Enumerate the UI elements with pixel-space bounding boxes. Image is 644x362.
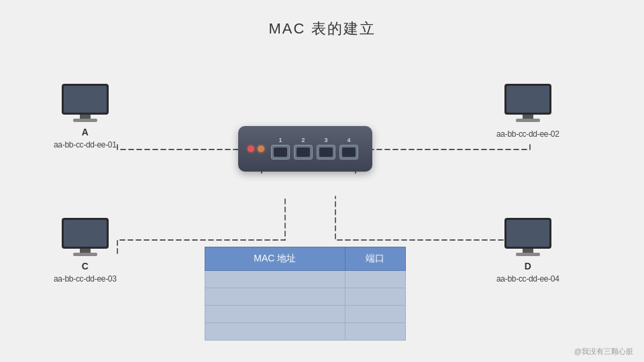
- svg-rect-10: [80, 249, 91, 253]
- switch-leds: [248, 145, 264, 152]
- computer-d-icon: [501, 217, 555, 258]
- mac-address-table: MAC 地址 端口: [205, 247, 406, 341]
- main-area: A aa-bb-cc-dd-ee-01 aa-bb-cc-dd-ee-02 C …: [0, 46, 644, 362]
- computer-a: A aa-bb-cc-dd-ee-01: [54, 82, 117, 149]
- svg-rect-13: [506, 220, 549, 247]
- computer-c-mac: aa-bb-cc-dd-ee-03: [54, 274, 117, 284]
- port-jack-1: [271, 145, 290, 160]
- computer-a-label: A: [82, 127, 89, 137]
- svg-rect-5: [506, 86, 549, 113]
- svg-rect-6: [523, 115, 533, 119]
- svg-rect-14: [523, 249, 533, 253]
- port-2: 2: [294, 137, 313, 160]
- computer-c: C aa-bb-cc-dd-ee-03: [54, 217, 117, 284]
- svg-rect-7: [516, 119, 540, 122]
- table-row: [205, 288, 406, 306]
- port-1: 1: [271, 137, 290, 160]
- port-jack-4: [339, 145, 358, 160]
- computer-b-icon: [501, 82, 555, 124]
- svg-rect-3: [73, 119, 97, 122]
- page-title: MAC 表的建立: [0, 0, 644, 39]
- computer-d-label: D: [525, 261, 531, 272]
- computer-b-mac: aa-bb-cc-dd-ee-02: [496, 129, 559, 139]
- computer-d: D aa-bb-cc-dd-ee-04: [496, 217, 559, 284]
- mac-table-header-port: 端口: [345, 247, 405, 271]
- svg-rect-2: [80, 115, 91, 119]
- svg-rect-11: [73, 253, 97, 256]
- computer-c-label: C: [82, 261, 89, 272]
- svg-rect-1: [64, 86, 107, 113]
- network-switch: 1 2 3 4: [238, 126, 372, 172]
- led-1: [248, 145, 254, 152]
- computer-b: aa-bb-cc-dd-ee-02: [496, 82, 559, 139]
- port-4: 4: [339, 137, 358, 160]
- table-row: [205, 271, 406, 288]
- switch-ports: 1 2 3 4: [271, 137, 358, 161]
- svg-rect-9: [64, 220, 107, 247]
- port-jack-2: [294, 145, 313, 160]
- computer-c-icon: [58, 217, 112, 258]
- svg-rect-15: [516, 253, 540, 256]
- table-row: [205, 306, 406, 323]
- mac-table-header-address: MAC 地址: [205, 247, 345, 271]
- led-2: [258, 145, 264, 152]
- port-jack-3: [317, 145, 335, 160]
- watermark: @我没有三颗心脏: [574, 347, 633, 357]
- port-3: 3: [317, 137, 335, 160]
- computer-a-mac: aa-bb-cc-dd-ee-01: [54, 140, 117, 149]
- computer-d-mac: aa-bb-cc-dd-ee-04: [496, 274, 559, 284]
- table-row: [205, 323, 406, 341]
- computer-a-icon: [58, 82, 112, 124]
